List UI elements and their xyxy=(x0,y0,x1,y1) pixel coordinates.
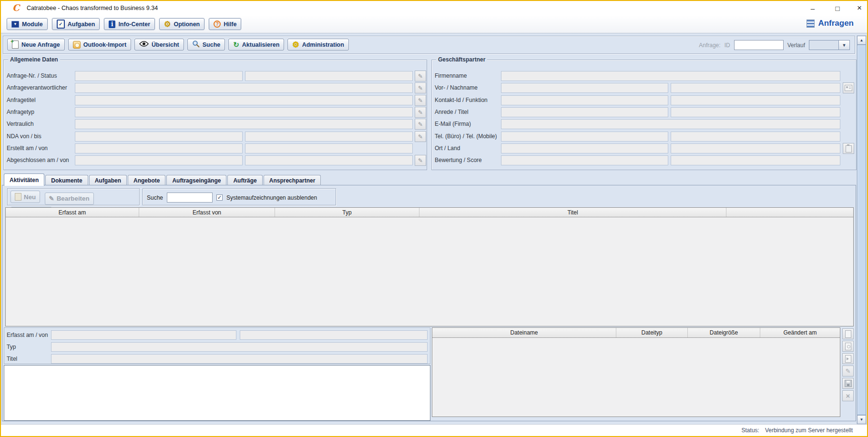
field-label: Kontakt-Id / Funktion xyxy=(435,97,488,103)
tab-auftraege[interactable]: Aufträge xyxy=(227,175,262,185)
column-header-dateiname[interactable]: Dateiname xyxy=(432,328,616,337)
field-label: Anfragetyp xyxy=(7,109,34,115)
file-save-button[interactable] xyxy=(842,378,854,389)
save-icon xyxy=(845,380,852,387)
content-area: + Neue Anfrage Outlook-Import Übersicht … xyxy=(1,33,867,425)
edit-nda-button[interactable]: ✎ xyxy=(415,131,426,142)
info-icon: i xyxy=(109,20,115,28)
activity-detail-fields: Erfasst am / von Typ Titel xyxy=(4,327,430,364)
anfragetyp-field xyxy=(75,107,413,117)
email-firma-field xyxy=(501,119,840,129)
bearbeiten-button[interactable]: ✎ Bearbeiten xyxy=(45,193,94,205)
geschaeftspartner-group: Geschäftspartner Firmenname Vor- / Nachn… xyxy=(431,60,857,170)
edit-anfragetyp-button[interactable]: ✎ xyxy=(415,107,426,118)
main-vertical-scrollbar[interactable]: ▲ ▼ xyxy=(857,35,867,425)
field-label: Tel. (Büro) / Tel. (Mobile) xyxy=(435,133,497,140)
scroll-down-button[interactable]: ▼ xyxy=(857,415,866,424)
edit-anfragetitel-button[interactable]: ✎ xyxy=(415,95,426,106)
column-header-titel[interactable]: Titel xyxy=(419,208,726,217)
aktivitaeten-search-input[interactable] xyxy=(167,193,213,203)
form-row: Anfragetyp ✎ xyxy=(4,107,428,117)
outlook-import-label: Outlook-Import xyxy=(83,41,126,48)
action-toolbar: + Neue Anfrage Outlook-Import Übersicht … xyxy=(3,36,855,54)
kontakt-id-field xyxy=(501,95,668,105)
activity-text-area[interactable] xyxy=(4,365,430,421)
suche-field-label: Suche xyxy=(147,194,163,201)
contact-card-button[interactable] xyxy=(843,82,854,93)
pencil-icon: ✎ xyxy=(846,367,851,375)
tab-angebote[interactable]: Angebote xyxy=(128,175,165,185)
outlook-import-button[interactable]: Outlook-Import xyxy=(68,39,131,51)
field-label: Bewertung / Score xyxy=(435,157,482,163)
column-header-empty[interactable] xyxy=(726,208,853,217)
suche-button[interactable]: Suche xyxy=(187,39,225,51)
form-row: Firmenname xyxy=(432,71,857,81)
column-header-dateigroesse[interactable]: Dateigröße xyxy=(688,328,760,337)
address-clipboard-button[interactable] xyxy=(843,143,854,154)
detail-titel-field xyxy=(51,354,428,364)
tab-aufgaben[interactable]: Aufgaben xyxy=(89,175,127,185)
tab-dokumente[interactable]: Dokumente xyxy=(45,175,88,185)
field-label: Erfasst am / von xyxy=(7,332,48,338)
menu-optionen-label: Optionen xyxy=(174,21,200,28)
eye-icon xyxy=(139,41,149,48)
column-header-erfasst-von[interactable]: Erfasst von xyxy=(139,208,275,217)
column-header-typ[interactable]: Typ xyxy=(275,208,419,217)
menu-hilfe-button[interactable]: ? Hilfe xyxy=(209,18,241,30)
column-header-geaendert-am[interactable]: Geändert am xyxy=(760,328,840,337)
file-open-button[interactable] xyxy=(842,353,854,364)
current-module-label: Anfragen xyxy=(818,19,854,28)
form-row: E-Mail (Firma) xyxy=(432,119,857,129)
maximize-button[interactable]: □ xyxy=(829,1,846,15)
nda-von-field xyxy=(75,132,243,142)
form-row: Anrede / Titel xyxy=(432,107,857,117)
status-field xyxy=(245,71,413,81)
neu-button[interactable]: Neu xyxy=(10,191,40,203)
neue-anfrage-button[interactable]: + Neue Anfrage xyxy=(7,39,65,51)
menu-infocenter-button[interactable]: i Info-Center xyxy=(104,18,155,30)
allgemeine-daten-group: Allgemeine Daten Anfrage-Nr. / Status ✎ … xyxy=(3,60,427,170)
verlauf-combobox-value xyxy=(809,40,838,50)
menu-module-button[interactable]: ▼ Module xyxy=(7,18,48,30)
field-label: Anfrageverantwortlicher xyxy=(7,84,67,91)
edit-abgeschlossen-button[interactable]: ✎ xyxy=(415,155,426,166)
files-table: Dateiname Dateityp Dateigröße Geändert a… xyxy=(432,327,840,417)
file-delete-button[interactable]: × xyxy=(842,390,854,401)
scrollbar-thumb[interactable] xyxy=(857,45,866,415)
field-label: Anfrage-Nr. / Status xyxy=(7,72,57,79)
edit-vertraulich-button[interactable]: ✎ xyxy=(415,119,426,130)
minimize-button[interactable]: – xyxy=(805,1,821,15)
clipboard-icon xyxy=(846,145,852,152)
file-edit-button[interactable]: ✎ xyxy=(842,366,854,376)
field-label: Firmenname xyxy=(435,72,467,79)
neue-anfrage-label: Neue Anfrage xyxy=(21,41,60,48)
verlauf-label: Verlauf xyxy=(787,42,805,49)
delete-x-icon: × xyxy=(846,392,850,400)
administration-button[interactable]: ⚙ Administration xyxy=(287,39,349,51)
system-records-checkbox[interactable]: ✓ xyxy=(216,194,223,201)
combo-arrow-icon[interactable]: ▼ xyxy=(838,40,850,50)
anfrage-id-input[interactable] xyxy=(734,40,784,50)
tab-aktivitaeten[interactable]: Aktivitäten xyxy=(4,173,44,186)
form-row: Vertraulich ✎ xyxy=(4,119,428,129)
close-button[interactable]: × xyxy=(851,1,868,15)
verlauf-combobox[interactable]: ▼ xyxy=(809,40,850,50)
field-label: Titel xyxy=(7,356,17,362)
menu-aufgaben-button[interactable]: ✓ Aufgaben xyxy=(52,18,100,30)
edit-anfrage-nr-button[interactable]: ✎ xyxy=(415,71,426,81)
aktualisieren-button[interactable]: ↻ Aktualisieren xyxy=(228,39,284,51)
file-new-button[interactable] xyxy=(842,328,854,339)
tab-auftragseingaenge[interactable]: Auftragseingänge xyxy=(166,175,226,185)
edit-verantwortlicher-button[interactable]: ✎ xyxy=(415,82,426,93)
tab-ansprechpartner[interactable]: Ansprechpartner xyxy=(264,175,321,185)
uebersicht-button[interactable]: Übersicht xyxy=(134,39,184,51)
menu-optionen-button[interactable]: ⚙ Optionen xyxy=(159,18,204,30)
column-header-erfasst-am[interactable]: Erfasst am xyxy=(6,208,139,217)
application-window: C Catratobee - Chaos transformed to Busi… xyxy=(0,0,868,437)
scroll-up-button[interactable]: ▲ xyxy=(857,36,866,45)
anfragetitel-field xyxy=(75,95,413,105)
form-row: Anfrageverantwortlicher ✎ xyxy=(4,83,428,93)
status-bar: Status: Verbindung zum Server hergestell… xyxy=(1,424,867,436)
file-import-button[interactable] xyxy=(842,341,854,352)
column-header-dateityp[interactable]: Dateityp xyxy=(616,328,688,337)
